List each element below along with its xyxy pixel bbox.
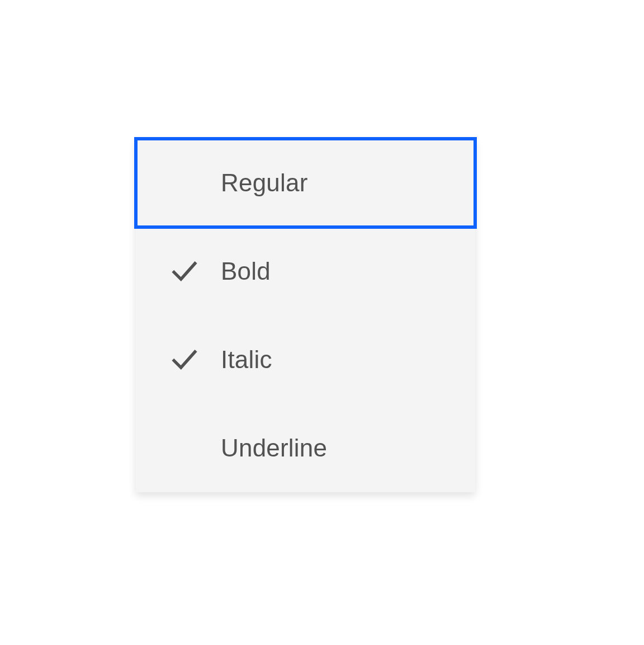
menu-item-label: Underline [221,434,327,462]
menu-item-regular[interactable]: Regular [136,139,475,227]
checkmark-icon [171,346,198,374]
menu-item-italic[interactable]: Italic [136,316,475,404]
text-style-menu: Regular Bold Italic Underline [136,139,475,492]
check-icon-slot [171,346,221,374]
menu-item-bold[interactable]: Bold [136,227,475,316]
check-icon-slot [171,257,221,285]
menu-item-label: Bold [221,257,271,285]
checkmark-icon [171,257,198,285]
menu-item-underline[interactable]: Underline [136,404,475,492]
menu-item-label: Regular [221,169,308,197]
menu-item-label: Italic [221,346,272,374]
